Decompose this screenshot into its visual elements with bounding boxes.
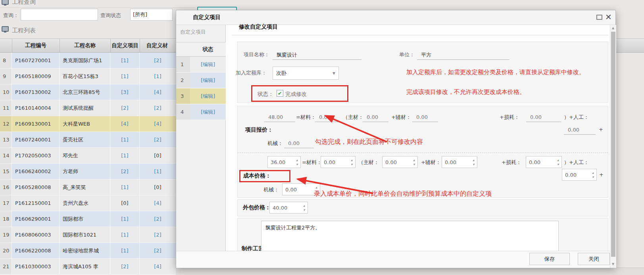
items-link[interactable]: [2]: [121, 105, 128, 111]
items-link[interactable]: [1]: [121, 232, 128, 238]
quota-library-select[interactable]: 次卧 ▼: [273, 67, 339, 80]
col-header-items[interactable]: 自定义项目: [110, 42, 140, 49]
col-header-name[interactable]: 工程名称: [60, 42, 110, 49]
items-link[interactable]: [0]: [121, 200, 128, 206]
spinner-arrows[interactable]: ▲▼: [348, 157, 355, 168]
unit-label: 单位：: [399, 51, 415, 58]
aux-material-label: +辅材：: [391, 114, 411, 121]
table-row[interactable]: 11P1610140004测试系统提醒[2][2]: [0, 100, 176, 116]
spinner-arrows[interactable]: ▲▼: [470, 157, 477, 168]
col-header-code[interactable]: 工程编号: [12, 42, 60, 49]
spinner-arrows[interactable]: ▲▼: [590, 169, 596, 180]
materials-link[interactable]: [4]: [154, 264, 161, 269]
project-name-label: 项目名称：: [244, 51, 269, 58]
project-table: 8P1607270001奥克斯国际广场1[1][2] 9P1605180009百…: [0, 53, 176, 275]
list-item[interactable]: 2[编辑]: [176, 73, 226, 88]
quote-main-field: 0.00: [363, 113, 388, 122]
scroll-down-icon[interactable]: ▼: [612, 262, 614, 266]
quote-aux-field: 0.00: [412, 113, 438, 122]
table-row[interactable]: 17P1612150001贵州六盘水[0][4]: [0, 195, 176, 211]
items-link[interactable]: [2]: [121, 264, 128, 269]
materials-link[interactable]: [2]: [154, 216, 161, 222]
page-bottom-strip: [176, 267, 644, 275]
cost-material-spinner[interactable]: 0.00▲▼: [321, 156, 356, 168]
materials-link[interactable]: [4]: [154, 121, 161, 127]
table-row[interactable]: 20P1606220008哈密绿地世界城[1][2]: [0, 243, 176, 259]
edit-link[interactable]: [编辑]: [190, 104, 226, 120]
cost-labor-spinner[interactable]: 0.00▲▼: [562, 169, 597, 181]
table-row[interactable]: 21P1610300003海滨城A105 李[2][4]: [0, 259, 176, 275]
materials-link[interactable]: [0]: [154, 184, 161, 190]
close-icon[interactable]: ✕: [605, 12, 612, 22]
materials-link[interactable]: [1]: [154, 168, 161, 174]
col-header-materials[interactable]: 自定义材: [140, 42, 175, 49]
materials-link[interactable]: [2]: [154, 137, 161, 143]
materials-link[interactable]: [2]: [154, 232, 161, 238]
query-input[interactable]: [21, 9, 98, 21]
maximize-icon[interactable]: [596, 15, 602, 20]
items-link[interactable]: [1]: [121, 73, 128, 79]
machine-label: 机械：: [263, 186, 279, 193]
items-link[interactable]: [1]: [121, 216, 128, 222]
scrollbar-thumb[interactable]: [611, 32, 615, 257]
table-row[interactable]: 18P1606290001国际都市[1][2]: [0, 211, 176, 227]
table-row[interactable]: 9P1605180009百花小区15栋3[1][1]: [0, 69, 176, 84]
table-row-selected[interactable]: 12P1609130001大科星WEB[4][4]: [0, 116, 176, 132]
monitor-icon: [2, 26, 9, 32]
table-row[interactable]: 16P1605280008高_来笑笑[1][0]: [0, 180, 176, 195]
divider: [232, 35, 608, 35]
items-link[interactable]: [1]: [121, 248, 128, 254]
materials-link[interactable]: [0]: [154, 153, 161, 159]
cost-loss-spinner[interactable]: 0.00▲▼: [526, 156, 562, 168]
list-item-selected[interactable]: 3[编辑]: [176, 88, 226, 104]
save-button[interactable]: 保存: [529, 253, 570, 265]
chevron-down-icon: ▼: [333, 71, 335, 75]
scroll-up-icon[interactable]: ▲: [612, 26, 614, 30]
table-row[interactable]: 15P1606240002方老师[2][1]: [0, 164, 176, 180]
quota-library-label: 加入定额库：: [236, 69, 267, 76]
spinner-arrows[interactable]: ▲▼: [555, 157, 561, 168]
unit-input[interactable]: 平方: [417, 50, 509, 60]
materials-link[interactable]: [2]: [154, 57, 161, 63]
table-row[interactable]: 14P1702050003邓先生[1][0]: [0, 148, 176, 164]
table-row[interactable]: 10P1607130002北京三环路85号[3][4]: [0, 84, 176, 100]
items-link[interactable]: [3]: [121, 89, 128, 95]
query-status-select[interactable]: [所有]: [130, 9, 173, 21]
dialog-scrollbar[interactable]: ▲ ▼: [610, 25, 616, 268]
quote-machine-field: 0.00: [284, 139, 314, 148]
items-link[interactable]: [1]: [121, 153, 128, 159]
materials-link[interactable]: [4]: [154, 89, 161, 95]
main-material-label: （主材：: [358, 159, 379, 166]
edit-link[interactable]: [编辑]: [190, 88, 226, 104]
materials-link[interactable]: [1]: [154, 73, 161, 79]
plus-sign: +: [599, 172, 604, 178]
table-row[interactable]: 19P1608060003国际都市1021[1][2]: [0, 227, 176, 243]
spinner-arrows[interactable]: ▲▼: [301, 202, 308, 213]
list-item[interactable]: 4[编辑]: [176, 104, 226, 120]
edit-link[interactable]: [编辑]: [190, 73, 226, 88]
spinner-arrows[interactable]: ▲▼: [294, 157, 300, 168]
items-link[interactable]: [4]: [121, 121, 128, 127]
custom-project-dialog: 自定义项目 ✕ 自定义项目 状态 1[编辑] 2[编辑] 3[编辑] 4[编辑]…: [176, 10, 616, 267]
materials-link[interactable]: [2]: [154, 248, 161, 254]
materials-link[interactable]: [4]: [154, 200, 161, 206]
outsource-spinner[interactable]: 40.00▲▼: [269, 202, 308, 214]
loss-label: +损耗：: [502, 159, 521, 166]
spinner-arrows[interactable]: ▲▼: [411, 157, 417, 168]
edit-link[interactable]: [编辑]: [190, 57, 226, 72]
cost-aux-spinner[interactable]: 0.00▲▼: [442, 156, 477, 168]
table-row[interactable]: 13P1607240001蛋壳社区[1][2]: [0, 132, 176, 148]
items-link[interactable]: [1]: [121, 184, 128, 190]
cost-total-spinner[interactable]: 36.00▲▼: [267, 156, 301, 168]
cost-main-spinner[interactable]: 0.00▲▼: [382, 156, 418, 168]
items-link[interactable]: [1]: [121, 137, 128, 143]
list-item[interactable]: 1[编辑]: [176, 57, 226, 73]
items-link[interactable]: [2]: [121, 168, 128, 174]
materials-link[interactable]: [2]: [154, 105, 161, 111]
labor-label: ）+人工：: [564, 159, 589, 166]
table-row[interactable]: 8P1607270001奥克斯国际广场1[1][2]: [0, 53, 176, 69]
project-name-input[interactable]: 飘窗设计: [273, 50, 361, 60]
query-status-label: 查询状态: [100, 12, 121, 19]
close-button[interactable]: 关闭: [578, 253, 610, 265]
items-link[interactable]: [1]: [121, 57, 128, 63]
